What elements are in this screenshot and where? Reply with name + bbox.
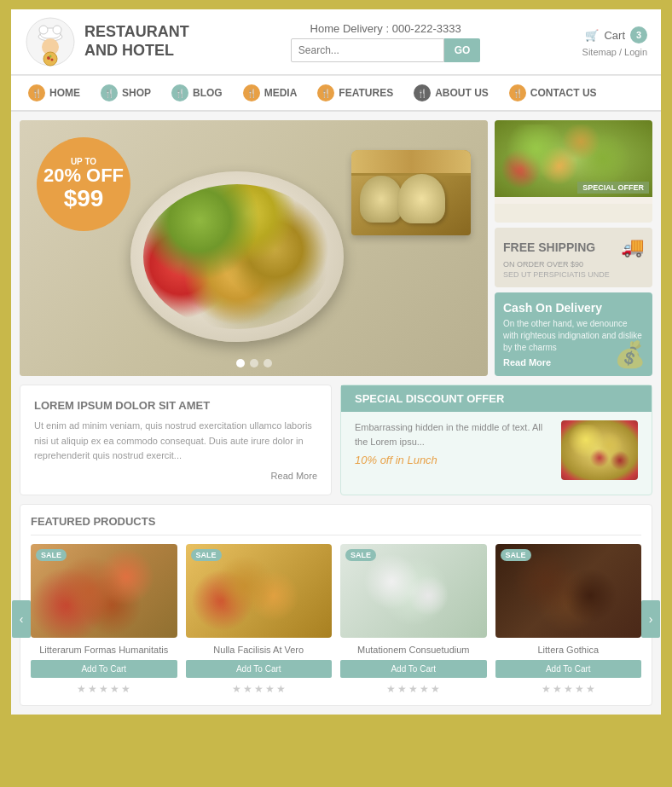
nav-contact-icon: 🍴 <box>509 84 526 101</box>
nav-features[interactable]: 🍴 FEATURES <box>307 76 403 110</box>
dot-2[interactable] <box>250 359 258 367</box>
main-content: UP TO 20% OFF $99 <box>11 112 661 715</box>
product-card-4: SALE Littera Gothica Add To Cart ★ ★ ★ ★… <box>495 544 642 695</box>
info-section: LOREM IPSUM DOLOR SIT AMET Ut enim ad mi… <box>20 385 652 495</box>
star-2-3: ★ <box>254 683 264 695</box>
star-3-2: ★ <box>397 683 407 695</box>
star-4-3: ★ <box>564 683 573 695</box>
header-center: Home Delivery : 000-222-3333 GO <box>291 22 481 62</box>
star-1-1: ★ <box>77 683 86 695</box>
nav-shop-icon: 🍴 <box>101 84 118 101</box>
money-bag-icon: 💰 <box>614 339 646 369</box>
info-card-left: LOREM IPSUM DOLOR SIT AMET Ut enim ad mi… <box>20 385 332 495</box>
nav-contact[interactable]: 🍴 CONTACT US <box>499 76 607 110</box>
cart-area[interactable]: 🛒 Cart 3 <box>585 26 647 43</box>
badge-price-text: $99 <box>64 185 104 212</box>
nav-blog[interactable]: 🍴 BLOG <box>161 76 233 110</box>
logo-area: RESTAURANT AND HOTEL <box>25 16 189 67</box>
hero-banner: UP TO 20% OFF $99 <box>20 120 488 376</box>
star-3-1: ★ <box>386 683 396 695</box>
cart-icon: 🛒 <box>585 29 599 42</box>
nav-media[interactable]: 🍴 MEDIA <box>233 76 308 110</box>
featured-section: FEATURED PRODUCTS ‹ SALE Litterarum Form… <box>20 504 652 706</box>
shipping-description: SED UT PERSPICIATIS UNDE <box>503 270 644 279</box>
star-4-1: ★ <box>542 683 551 695</box>
star-1-2: ★ <box>88 683 97 695</box>
add-to-cart-btn-1[interactable]: Add To Cart <box>31 660 177 678</box>
cart-count: 3 <box>630 26 647 43</box>
add-to-cart-btn-4[interactable]: Add To Cart <box>495 660 642 678</box>
hero-food-area <box>105 137 488 367</box>
products-next-arrow[interactable]: › <box>641 600 660 638</box>
discount-body: Embarrassing hidden in the middle of tex… <box>355 420 638 480</box>
plate-visual <box>130 171 344 342</box>
search-bar: GO <box>291 38 481 62</box>
navigation: 🍴 HOME 🍴 SHOP 🍴 BLOG 🍴 MEDIA 🍴 FEATURES … <box>11 75 661 112</box>
truck-icon: 🚚 <box>621 236 644 258</box>
star-4-4: ★ <box>575 683 584 695</box>
header-right: 🛒 Cart 3 Sitemap / Login <box>582 26 647 57</box>
nav-home[interactable]: 🍴 HOME <box>18 76 90 110</box>
star-1-5: ★ <box>121 683 130 695</box>
shipping-title: FREE SHIPPING <box>503 240 595 254</box>
nav-about-icon: 🍴 <box>414 84 431 101</box>
nav-features-icon: 🍴 <box>317 84 334 101</box>
star-3-3: ★ <box>408 683 418 695</box>
info-card-right: SPECIAL DISCOUNT OFFER Embarrassing hidd… <box>340 385 652 495</box>
star-4-2: ★ <box>553 683 562 695</box>
nav-home-icon: 🍴 <box>28 84 45 101</box>
product-name-3: Mutationem Consuetudium <box>340 645 487 655</box>
page-wrapper: RESTAURANT AND HOTEL Home Delivery : 000… <box>9 7 663 717</box>
product-name-2: Nulla Facilisis At Vero <box>186 645 333 655</box>
search-button[interactable]: GO <box>444 38 481 62</box>
sale-badge-2: SALE <box>191 549 222 561</box>
star-3-4: ★ <box>420 683 429 695</box>
special-offer-subtitle <box>495 197 652 204</box>
discount-title: SPECIAL DISCOUNT OFFER <box>355 392 504 405</box>
hero-section: UP TO 20% OFF $99 <box>20 120 652 376</box>
cash-delivery-card: Cash On Delivery On the other hand, we d… <box>495 292 652 376</box>
star-1-3: ★ <box>99 683 108 695</box>
svg-point-8 <box>51 59 54 61</box>
sale-badge-4: SALE <box>501 549 531 561</box>
nav-shop[interactable]: 🍴 SHOP <box>90 76 161 110</box>
free-shipping-card: FREE SHIPPING 🚚 ON ORDER OVER $90 SED UT… <box>495 228 652 287</box>
info-read-more-link[interactable]: Read More <box>34 471 317 481</box>
nav-media-icon: 🍴 <box>243 84 260 101</box>
discount-food-image <box>561 420 638 480</box>
hero-carousel-dots <box>236 359 272 367</box>
dot-1[interactable] <box>236 359 245 367</box>
products-prev-arrow[interactable]: ‹ <box>12 600 31 638</box>
discount-text-area: Embarrassing hidden in the middle of tex… <box>355 420 554 480</box>
svg-point-4 <box>53 26 61 34</box>
product-name-1: Litterarum Formas Humanitatis <box>31 645 177 655</box>
cash-title: Cash On Delivery <box>503 301 644 315</box>
add-to-cart-btn-3[interactable]: Add To Cart <box>340 660 487 678</box>
product-card-3: SALE Mutationem Consuetudium Add To Cart… <box>340 544 487 695</box>
badge-percent-text: 20% OFF <box>43 166 124 185</box>
star-2-1: ★ <box>232 683 241 695</box>
stars-4: ★ ★ ★ ★ ★ <box>495 683 642 695</box>
star-2-5: ★ <box>276 683 286 695</box>
discount-description: Embarrassing hidden in the middle of tex… <box>355 420 554 448</box>
product-card-1: SALE Litterarum Formas Humanitatis Add T… <box>31 544 177 695</box>
hero-right-promos: SPECIAL OFFER FREE SHIPPING 🚚 ON ORDER O… <box>495 120 652 376</box>
product-card-2: SALE Nulla Facilisis At Vero Add To Cart… <box>186 544 333 695</box>
svg-point-3 <box>39 26 48 34</box>
sitemap-login[interactable]: Sitemap / Login <box>582 47 647 57</box>
hero-badge: UP TO 20% OFF $99 <box>37 137 130 231</box>
shipping-top: FREE SHIPPING 🚚 <box>503 236 644 258</box>
svg-point-9 <box>49 55 52 58</box>
stars-1: ★ ★ ★ ★ ★ <box>31 683 177 695</box>
bread-basket-visual <box>351 150 471 235</box>
svg-point-6 <box>43 52 57 66</box>
info-text: Ut enim ad minim veniam, quis nostrud ex… <box>34 419 317 464</box>
search-input[interactable] <box>291 38 444 62</box>
dot-3[interactable] <box>264 359 272 367</box>
special-offer-card: SPECIAL OFFER <box>495 120 652 223</box>
special-offer-image: SPECIAL OFFER <box>495 120 652 197</box>
nav-about[interactable]: 🍴 ABOUT US <box>403 76 499 110</box>
star-4-5: ★ <box>586 683 595 695</box>
add-to-cart-btn-2[interactable]: Add To Cart <box>186 660 333 678</box>
discount-percentage: 10% off in Lunch <box>355 454 554 466</box>
